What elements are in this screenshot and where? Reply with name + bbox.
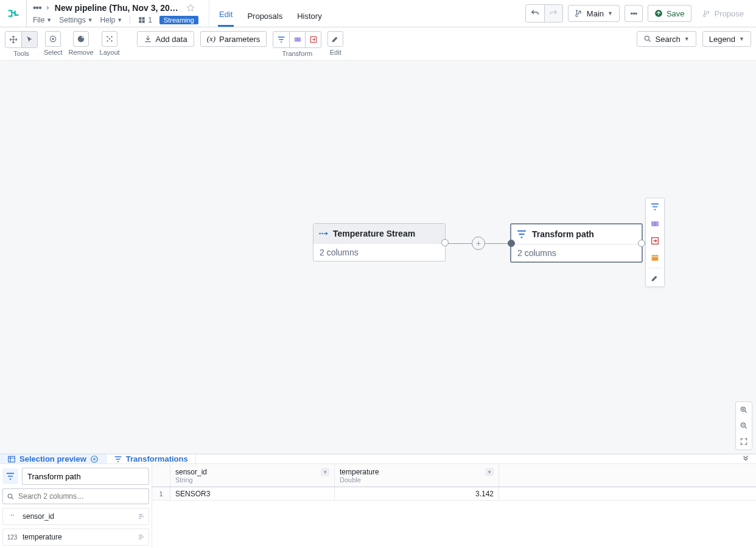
bars-icon: [138, 513, 145, 520]
column-menu-icon[interactable]: ▾: [485, 468, 494, 476]
svg-point-8: [111, 36, 112, 37]
toolbar: Tools Select Remove Layout Add data (x) …: [0, 27, 756, 61]
stream-icon: [318, 231, 328, 237]
title-section: ••• New pipeline (Thu, Nov 3, 2022, 5:… …: [27, 0, 209, 27]
zoom-controls: [735, 401, 752, 450]
svg-point-1: [579, 10, 580, 12]
cell-sensor_id[interactable]: SENSOR3: [170, 487, 335, 500]
port-out[interactable]: [441, 239, 449, 246]
propose-button: Propose: [696, 5, 750, 22]
transform-filter-icon[interactable]: [273, 32, 289, 47]
palette-filter-icon[interactable]: [646, 198, 664, 215]
divider: [130, 16, 130, 24]
legend-button[interactable]: Legend ▼: [702, 31, 751, 47]
zoom-out-button[interactable]: [736, 418, 752, 434]
star-icon[interactable]: [186, 4, 195, 12]
type-string-icon: ʼʼ: [7, 513, 18, 520]
page-title[interactable]: New pipeline (Thu, Nov 3, 2022, 5:…: [55, 3, 183, 13]
collapse-panel-button[interactable]: [735, 454, 756, 463]
node-tool-palette: [645, 198, 665, 287]
more-button[interactable]: •••: [625, 5, 643, 22]
branch-dropdown[interactable]: Main ▼: [568, 5, 620, 22]
svg-rect-21: [652, 255, 659, 260]
svg-point-26: [8, 494, 12, 498]
svg-rect-19: [654, 221, 659, 226]
svg-rect-24: [9, 456, 15, 462]
bottom-tabs: Selection preview Transformations: [0, 454, 756, 464]
node-transform-path[interactable]: Transform path 2 columns: [510, 223, 643, 263]
resource-count[interactable]: 1: [138, 16, 152, 24]
palette-join-icon[interactable]: [646, 215, 664, 232]
edge-add-icon[interactable]: +: [472, 237, 485, 250]
column-search-input[interactable]: [18, 492, 145, 501]
plus-circle-icon[interactable]: [90, 455, 99, 463]
canvas[interactable]: + Temperature Stream 2 columns Transform…: [0, 61, 756, 454]
port-in[interactable]: [508, 240, 515, 247]
undo-redo-group: [525, 4, 563, 23]
svg-point-7: [107, 36, 108, 37]
menu-file[interactable]: File▼: [33, 16, 52, 24]
transform-join-icon[interactable]: [289, 32, 305, 47]
undo-button[interactable]: [526, 5, 544, 22]
svg-point-17: [321, 233, 323, 235]
tab-history[interactable]: History: [296, 12, 323, 27]
svg-point-9: [107, 40, 108, 41]
topbar: ••• New pipeline (Thu, Nov 3, 2022, 5:… …: [0, 0, 756, 27]
node-name-input[interactable]: [22, 468, 149, 485]
column-search[interactable]: [2, 488, 149, 504]
svg-point-4: [52, 38, 55, 40]
svg-point-16: [319, 233, 321, 235]
tool-layout[interactable]: [102, 31, 117, 47]
topbar-right: Main ▼ ••• Save Propose: [519, 0, 756, 27]
tool-move[interactable]: [5, 32, 21, 47]
cell-temperature[interactable]: 3.142: [335, 487, 499, 500]
more-icon[interactable]: •••: [33, 2, 41, 13]
filter-icon: [516, 229, 527, 240]
streaming-badge: Streaming: [159, 16, 198, 24]
app-icon[interactable]: [0, 0, 27, 27]
tool-remove[interactable]: [73, 31, 89, 47]
bottom-panel: Selection preview Transformations ʼ: [0, 454, 756, 548]
palette-output-icon[interactable]: [646, 232, 664, 249]
bars-icon: [138, 533, 145, 541]
svg-point-15: [645, 36, 649, 40]
type-number-icon: 123: [7, 534, 18, 541]
tab-proposals[interactable]: Proposals: [246, 12, 284, 27]
top-tabs: Edit Proposals History: [209, 0, 332, 27]
palette-dataset-icon[interactable]: [646, 249, 664, 266]
zoom-in-button[interactable]: [736, 402, 752, 418]
tab-transformations[interactable]: Transformations: [107, 454, 196, 463]
port-out[interactable]: [638, 240, 645, 247]
svg-rect-13: [297, 38, 301, 42]
parameters-button[interactable]: (x) Parameters: [200, 31, 267, 47]
column-menu-icon[interactable]: ▾: [321, 468, 329, 476]
column-row-sensor_id[interactable]: ʼʼ sensor_id: [2, 508, 149, 525]
column-header-temperature[interactable]: temperature▾ Double: [335, 464, 499, 487]
tool-select[interactable]: [21, 32, 37, 47]
node-type-icon: [2, 468, 18, 484]
add-data-button[interactable]: Add data: [137, 31, 194, 47]
data-row[interactable]: 1 SENSOR3 3.142: [152, 487, 756, 501]
tool-target[interactable]: [45, 31, 61, 47]
tools-section: Tools: [5, 31, 38, 57]
data-grid: sensor_id▾ String temperature▾ Double 1 …: [152, 464, 756, 548]
node-temperature-stream[interactable]: Temperature Stream 2 columns: [313, 223, 446, 262]
tab-edit[interactable]: Edit: [218, 10, 234, 27]
save-button[interactable]: Save: [648, 5, 691, 22]
transform-output-icon[interactable]: [305, 32, 321, 47]
svg-point-0: [576, 10, 577, 11]
tab-selection-preview[interactable]: Selection preview: [0, 454, 107, 463]
chevron-right-icon: [45, 5, 51, 11]
column-header-sensor_id[interactable]: sensor_id▾ String: [170, 464, 335, 487]
palette-edit-icon[interactable]: [646, 269, 664, 286]
menu-help[interactable]: Help▼: [100, 16, 123, 24]
column-row-temperature[interactable]: 123 temperature: [2, 529, 149, 546]
search-button[interactable]: Search ▼: [637, 31, 696, 47]
tool-edit[interactable]: [327, 31, 343, 47]
zoom-fit-button[interactable]: [736, 434, 752, 449]
svg-point-10: [111, 40, 112, 41]
redo-button: [544, 5, 562, 22]
svg-point-11: [109, 38, 110, 40]
menu-settings[interactable]: Settings▼: [59, 16, 93, 24]
bottom-left-pane: ʼʼ sensor_id 123 temperature: [0, 464, 152, 548]
